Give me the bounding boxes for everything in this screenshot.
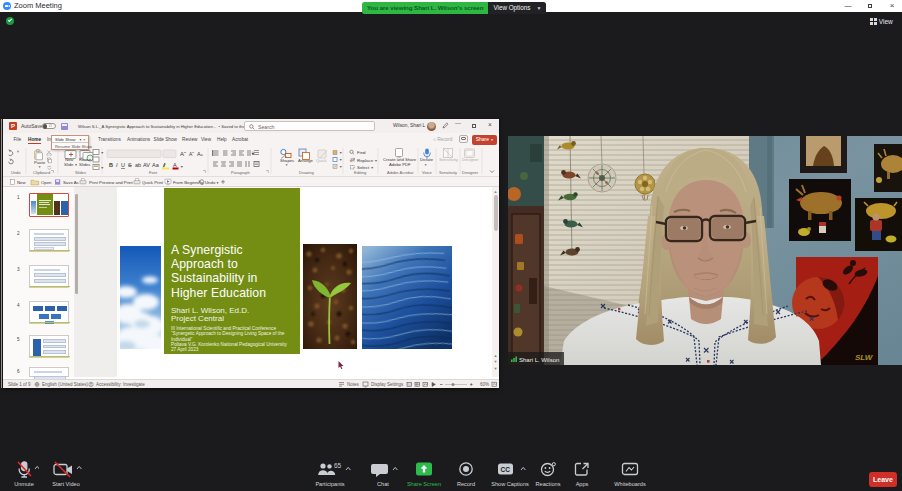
svg-text:▼: ▼: [339, 151, 342, 155]
svg-text:Undo: Undo: [11, 170, 21, 175]
svg-text:B: B: [109, 162, 113, 168]
svg-text:▼: ▼: [424, 163, 427, 167]
svg-text:60%: 60%: [480, 382, 489, 387]
svg-text:CC: CC: [501, 466, 511, 473]
svg-text:Sensitivity: Sensitivity: [439, 170, 457, 175]
svg-text:Undo: Undo: [205, 180, 216, 185]
svg-text:Accessibility: Investigate: Accessibility: Investigate: [96, 382, 145, 387]
svg-text:65: 65: [334, 462, 342, 469]
svg-text:New: New: [17, 180, 26, 185]
svg-text:Adobe PDF: Adobe PDF: [389, 162, 411, 167]
svg-text:Find: Find: [357, 150, 366, 155]
svg-text:A: A: [173, 162, 177, 168]
svg-text:Aˇ: Aˇ: [189, 151, 194, 157]
svg-text:I: I: [116, 162, 118, 168]
svg-text:Quick: Quick: [316, 158, 328, 163]
svg-text:▼: ▼: [101, 151, 105, 155]
svg-text:Slides: Slides: [79, 162, 90, 167]
svg-text:Open: Open: [41, 180, 52, 185]
svg-text:Paste: Paste: [34, 160, 46, 165]
svg-text:Sensitivity: Sensitivity: [439, 157, 459, 162]
svg-text:Adobe Acrobat: Adobe Acrobat: [387, 170, 414, 175]
svg-text:Replace ▼: Replace ▼: [357, 158, 378, 163]
svg-text:Notes: Notes: [347, 382, 360, 387]
svg-text:▼: ▼: [285, 163, 288, 167]
svg-text:Save As: Save As: [63, 180, 79, 185]
svg-text:Aˆ: Aˆ: [180, 151, 186, 157]
svg-text:▼: ▼: [180, 165, 184, 169]
svg-text:Print Preview and Print: Print Preview and Print: [89, 180, 134, 185]
svg-text:Slides: Slides: [75, 170, 86, 175]
svg-text:U: U: [121, 162, 125, 168]
svg-text:Clipboard: Clipboard: [33, 170, 50, 175]
svg-text:S: S: [128, 162, 132, 168]
svg-text:Voice: Voice: [422, 170, 433, 175]
svg-text:Drawing: Drawing: [299, 170, 314, 175]
svg-text:Shapes: Shapes: [280, 158, 294, 163]
svg-text:▼: ▼: [216, 181, 219, 185]
svg-text:Font: Font: [149, 170, 158, 175]
svg-text:▼: ▼: [339, 158, 342, 162]
svg-text:Shari L. Wilson: Shari L. Wilson: [519, 357, 559, 363]
svg-text:▼: ▼: [16, 149, 20, 154]
svg-text:Editing: Editing: [354, 170, 366, 175]
svg-text:Designer: Designer: [462, 170, 479, 175]
svg-text:Display Settings: Display Settings: [371, 382, 404, 387]
svg-text:Slide ▼: Slide ▼: [64, 162, 77, 167]
svg-text:English (United States): English (United States): [42, 382, 89, 387]
svg-text:Aa: Aa: [152, 162, 160, 168]
svg-text:Slide 1 of 9: Slide 1 of 9: [8, 382, 31, 387]
svg-text:ab: ab: [135, 162, 141, 168]
svg-text:Arrange: Arrange: [298, 158, 314, 163]
svg-text:Dictate: Dictate: [420, 157, 434, 162]
svg-text:Aa: Aa: [197, 151, 203, 157]
svg-text:▼: ▼: [38, 165, 41, 169]
svg-text:AV: AV: [143, 162, 150, 168]
svg-text:Paragraph: Paragraph: [231, 170, 250, 175]
svg-text:▼: ▼: [101, 166, 105, 170]
svg-text:▼: ▼: [339, 165, 342, 169]
svg-text:Quick Print: Quick Print: [142, 180, 164, 185]
svg-text:Designer: Designer: [462, 157, 479, 162]
